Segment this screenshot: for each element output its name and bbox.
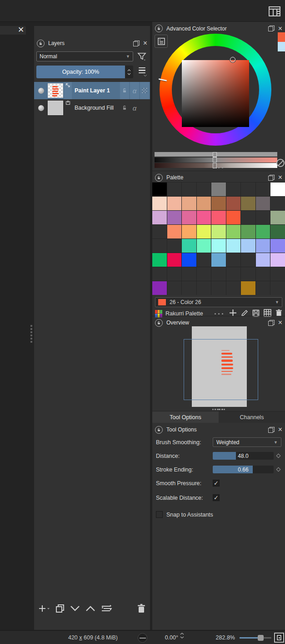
layer-properties-button[interactable] [101, 604, 113, 613]
palette-swatch[interactable] [152, 211, 167, 224]
panel-drag-dots[interactable] [152, 313, 285, 314]
palette-swatch[interactable] [256, 211, 270, 224]
layer-filter-button[interactable] [136, 51, 148, 61]
palette-swatch[interactable] [182, 225, 196, 238]
palette-swatch[interactable] [197, 281, 211, 295]
color-cursor[interactable] [230, 57, 235, 62]
overview-viewport-rect[interactable] [184, 339, 258, 400]
palette-swatch[interactable] [211, 267, 226, 281]
palette-swatch[interactable] [270, 197, 285, 210]
foreground-swatch[interactable] [278, 32, 285, 42]
palette-swatch[interactable] [241, 267, 255, 281]
palette-swatch[interactable] [211, 211, 226, 224]
palette-swatch[interactable] [270, 183, 285, 196]
palette-swatch[interactable] [197, 183, 211, 196]
close-docker-icon[interactable]: × [278, 319, 282, 326]
palette-swatch[interactable] [167, 225, 182, 238]
palette-swatch[interactable] [256, 267, 270, 281]
duplicate-layer-button[interactable] [55, 604, 65, 613]
palette-swatch[interactable] [226, 225, 241, 238]
float-docker-icon[interactable] [268, 427, 275, 433]
palette-swatch[interactable] [152, 267, 167, 281]
scalable-distance-checkbox[interactable]: ✓ [213, 494, 220, 501]
opacity-slider[interactable]: Opacity: 100% [36, 66, 133, 78]
no-color-icon[interactable] [276, 159, 285, 167]
tab-tool-options[interactable]: Tool Options [152, 411, 219, 423]
blend-mode-dropdown[interactable]: Normal ▼ [36, 51, 133, 61]
float-docker-icon[interactable] [268, 320, 275, 326]
palette-swatch[interactable] [270, 267, 285, 281]
palette-swatch[interactable] [152, 183, 167, 196]
brush-smoothing-dropdown[interactable]: Weighted ▼ [213, 437, 281, 447]
move-layer-down-button[interactable] [70, 605, 80, 612]
palette-swatch[interactable] [226, 197, 241, 210]
palette-swatch[interactable] [256, 183, 270, 196]
shade-handle[interactable] [213, 152, 217, 157]
alpha-lock-icon[interactable]: α [130, 82, 139, 99]
palette-swatch[interactable] [197, 197, 211, 210]
tab-channels[interactable]: Channels [219, 411, 285, 423]
palette-swatch[interactable] [241, 281, 255, 295]
docker-lock-icon[interactable] [155, 25, 163, 32]
float-docker-icon[interactable] [268, 25, 275, 31]
palette-swatch[interactable] [167, 197, 182, 210]
background-swatch[interactable] [278, 42, 285, 51]
panel-drag-dots[interactable] [152, 167, 285, 168]
inherit-alpha-icon[interactable] [140, 82, 149, 99]
workspace-chooser-button[interactable] [268, 5, 281, 17]
palette-color-dropdown[interactable]: 26 - Color 26 ▼ [155, 297, 282, 307]
palette-swatch[interactable] [152, 197, 167, 210]
layer-visibility-toggle[interactable] [34, 82, 48, 99]
palette-swatch[interactable] [211, 183, 226, 196]
palette-swatch[interactable] [226, 239, 241, 253]
snap-to-assistants-checkbox[interactable] [156, 511, 163, 518]
palette-swatch[interactable] [182, 197, 196, 210]
layer-visibility-toggle[interactable] [34, 99, 48, 117]
palette-swatch[interactable] [241, 211, 255, 224]
alpha-lock-icon[interactable]: α [130, 99, 139, 117]
angle-spinner[interactable] [180, 633, 184, 639]
floating-tab-close-icon[interactable]: ✕ [16, 25, 25, 35]
palette-swatch[interactable] [241, 253, 255, 267]
layer-row-paint-layer-1[interactable]: Paint Layer 1 α [34, 82, 150, 99]
palette-swatch[interactable] [256, 281, 270, 295]
palette-swatch[interactable] [152, 253, 167, 267]
palette-swatch[interactable] [226, 267, 241, 281]
palette-swatch[interactable] [270, 211, 285, 224]
palette-swatch[interactable] [182, 267, 196, 281]
palette-swatch[interactable] [152, 239, 167, 253]
palette-swatch[interactable] [152, 281, 167, 295]
palette-swatch[interactable] [226, 281, 241, 295]
palette-swatch[interactable] [182, 281, 196, 295]
palette-swatch[interactable] [241, 225, 255, 238]
palette-swatch[interactable] [182, 239, 196, 253]
layer-name[interactable]: Paint Layer 1 [72, 82, 120, 99]
docker-lock-icon[interactable] [37, 40, 45, 47]
palette-swatch[interactable] [256, 239, 270, 253]
palette-swatch[interactable] [270, 253, 285, 267]
layer-lock-icon[interactable] [120, 82, 129, 99]
layer-thumbnail[interactable] [48, 101, 63, 115]
palette-swatch[interactable] [270, 281, 285, 295]
palette-swatch[interactable] [182, 253, 196, 267]
shade-handle[interactable] [213, 157, 217, 162]
docker-lock-icon[interactable] [155, 319, 163, 327]
docker-lock-icon[interactable] [155, 174, 163, 182]
move-layer-up-button[interactable] [85, 605, 95, 612]
palette-swatch[interactable] [182, 211, 196, 224]
shade-selector[interactable] [155, 152, 277, 169]
spinner-diamond-icon[interactable] [276, 454, 281, 458]
opacity-spinner[interactable] [126, 66, 132, 78]
close-docker-icon[interactable]: × [143, 40, 147, 46]
color-selector-settings-button[interactable] [155, 35, 168, 48]
zoom-slider-handle[interactable] [258, 635, 264, 641]
rotation-dial-icon[interactable] [138, 633, 147, 643]
palette-swatch[interactable] [256, 225, 270, 238]
spinner-diamond-icon[interactable] [276, 467, 281, 472]
layers-menu-button[interactable] [136, 67, 148, 77]
palette-swatch[interactable] [197, 239, 211, 253]
palette-swatch[interactable] [197, 211, 211, 224]
zoom-slider[interactable] [240, 637, 271, 639]
canvas-only-mode-button[interactable] [274, 633, 284, 643]
float-docker-icon[interactable] [133, 41, 140, 46]
